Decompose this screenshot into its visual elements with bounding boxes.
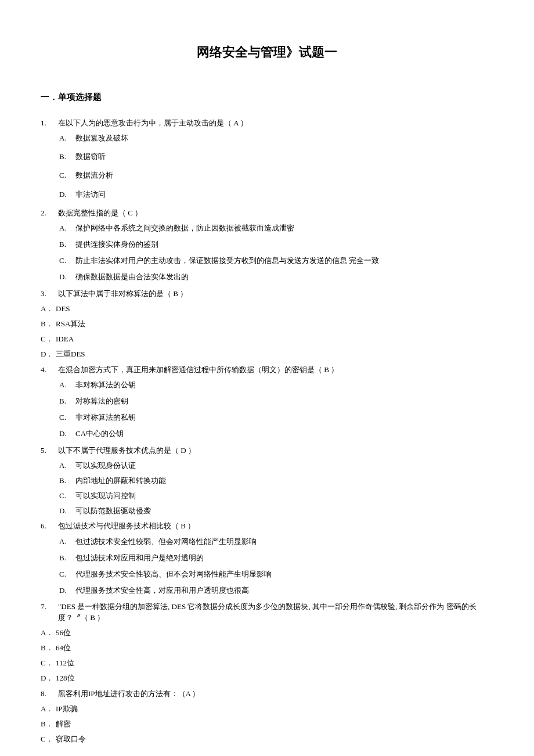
option-label: B. (59, 476, 75, 486)
question-number: 2. (41, 208, 58, 218)
option-label: A． (41, 304, 56, 314)
option-text: RSA算法 (56, 319, 85, 329)
option-label: D． (41, 673, 56, 683)
option-b: B.数据窃听 (59, 152, 493, 162)
option-b: B.提供连接实体身份的鉴别 (59, 239, 493, 250)
option-d: D.非法访问 (59, 189, 493, 200)
question-text: 包过滤技术与代理服务技术相比较（ B ） (58, 521, 493, 531)
option-label: D. (59, 189, 75, 200)
question-number: 3. (41, 289, 58, 299)
option-text: 可以防范数据驱动侵袭 (75, 506, 493, 516)
option-label: A. (59, 133, 75, 143)
question-number: 5. (41, 445, 58, 456)
option-text: 可以实现身份认证 (75, 460, 493, 471)
option-b: B．解密 (41, 719, 493, 729)
option-label: B． (41, 319, 56, 329)
question-1: 1. 在以下人为的恶意攻击行为中，属于主动攻击的是（ A ） A.数据篡改及破坏… (41, 118, 493, 200)
option-a: A.保护网络中各系统之间交换的数据，防止因数据被截获而造成泄密 (59, 223, 493, 233)
question-text: 以下算法中属于非对称算法的是（ B ） (58, 289, 493, 299)
option-label: A. (59, 460, 75, 471)
option-text: CA中心的公钥 (75, 429, 493, 439)
option-text: 可以实现访问控制 (75, 491, 493, 501)
option-text: 128位 (56, 673, 75, 683)
option-label: C. (59, 569, 75, 579)
option-d: D．三重DES (41, 349, 493, 359)
question-4: 4. 在混合加密方式下，真正用来加解密通信过程中所传输数据（明文）的密钥是（ B… (41, 365, 493, 440)
option-c: C.数据流分析 (59, 170, 493, 181)
question-number: 6. (41, 521, 58, 531)
option-d: D.代理服务技术安全性高，对应用和用户透明度也很高 (59, 585, 493, 596)
option-b: B.包过滤技术对应用和用户是绝对透明的 (59, 553, 493, 563)
option-label: B. (59, 396, 75, 406)
option-a: A.可以实现身份认证 (59, 460, 493, 471)
option-text: 对称算法的密钥 (75, 396, 493, 406)
option-text: 56位 (56, 628, 71, 638)
option-c: C.防止非法实体对用户的主动攻击，保证数据接受方收到的信息与发送方发送的信息 完… (59, 255, 493, 266)
option-text: 保护网络中各系统之间交换的数据，防止因数据被截获而造成泄密 (75, 223, 493, 233)
option-label: B. (59, 553, 75, 563)
option-text: 包过滤技术安全性较弱、但会对网络性能产生明显影响 (75, 537, 493, 547)
option-text: 内部地址的屏蔽和转换功能 (75, 476, 493, 486)
option-label: C. (59, 412, 75, 423)
question-text: 数据完整性指的是（ C ） (58, 208, 493, 218)
option-text: 非对称算法的公钥 (75, 380, 493, 390)
option-a: A．IP欺骗 (41, 704, 493, 714)
option-c: C．IDEA (41, 334, 493, 344)
option-text: DES (56, 304, 70, 314)
question-number: 4. (41, 365, 58, 375)
option-d: D.CA中心的公钥 (59, 429, 493, 439)
option-b: B.对称算法的密钥 (59, 396, 493, 406)
option-text: 防止非法实体对用户的主动攻击，保证数据接受方收到的信息与发送方发送的信息 完全一… (75, 255, 493, 266)
option-text: 64位 (56, 643, 71, 653)
option-text: 窃取口令 (56, 734, 86, 744)
question-number: 7. (41, 602, 58, 612)
option-label: C． (41, 734, 56, 744)
option-c: C.代理服务技术安全性较高、但不会对网络性能产生明显影响 (59, 569, 493, 579)
option-text: IP欺骗 (56, 704, 78, 714)
option-label: D. (59, 506, 75, 516)
option-label: C. (59, 255, 75, 266)
question-text: 在以下人为的恶意攻击行为中，属于主动攻击的是（ A ） (58, 118, 493, 128)
option-label: B． (41, 643, 56, 653)
option-label: D. (59, 272, 75, 282)
option-text: 包过滤技术对应用和用户是绝对透明的 (75, 553, 493, 563)
option-label: D. (59, 429, 75, 439)
option-label: A. (59, 380, 75, 390)
option-a: A．DES (41, 304, 493, 314)
option-text: 非法访问 (75, 189, 493, 200)
option-label: C. (59, 491, 75, 501)
option-label: C． (41, 334, 56, 344)
option-label: B. (59, 152, 75, 162)
option-text: 非对称算法的私钥 (75, 412, 493, 423)
option-text: 三重DES (56, 349, 85, 359)
option-label: D． (41, 349, 56, 359)
question-7: 7. "DES 是一种数据分组的加密算法, DES 它将数据分成长度为多少位的数… (41, 602, 493, 683)
option-b: B．64位 (41, 643, 493, 653)
question-number: 1. (41, 118, 58, 128)
question-2: 2. 数据完整性指的是（ C ） A.保护网络中各系统之间交换的数据，防止因数据… (41, 208, 493, 283)
option-label: A. (59, 537, 75, 547)
option-d: D.确保数据数据是由合法实体发出的 (59, 272, 493, 282)
option-label: A. (59, 223, 75, 233)
option-text: 数据流分析 (75, 170, 493, 181)
option-d: D．128位 (41, 673, 493, 683)
option-label: B． (41, 719, 56, 729)
option-text: 代理服务技术安全性较高、但不会对网络性能产生明显影响 (75, 569, 493, 579)
option-label: D. (59, 585, 75, 596)
option-text: 112位 (56, 658, 74, 668)
question-text: "DES 是一种数据分组的加密算法, DES 它将数据分成长度为多少位的数据块,… (58, 602, 493, 622)
option-label: C． (41, 658, 56, 668)
option-text: 数据篡改及破坏 (75, 133, 493, 143)
question-8: 8. 黑客利用IP地址进行攻击的方法有：（A ） A．IP欺骗 B．解密 C．窃… (41, 689, 493, 745)
question-text: 以下不属于代理服务技术优点的是（ D ） (58, 445, 493, 456)
option-c: C.可以实现访问控制 (59, 491, 493, 501)
question-number: 8. (41, 689, 58, 699)
question-5: 5. 以下不属于代理服务技术优点的是（ D ） A.可以实现身份认证 B.内部地… (41, 445, 493, 517)
option-text: 数据窃听 (75, 152, 493, 162)
option-b: B．RSA算法 (41, 319, 493, 329)
question-text: 在混合加密方式下，真正用来加解密通信过程中所传输数据（明文）的密钥是（ B ） (58, 365, 493, 375)
option-label: B. (59, 239, 75, 250)
option-text: IDEA (56, 334, 74, 344)
section-header: 一．单项选择题 (41, 91, 493, 103)
option-a: A．56位 (41, 628, 493, 638)
